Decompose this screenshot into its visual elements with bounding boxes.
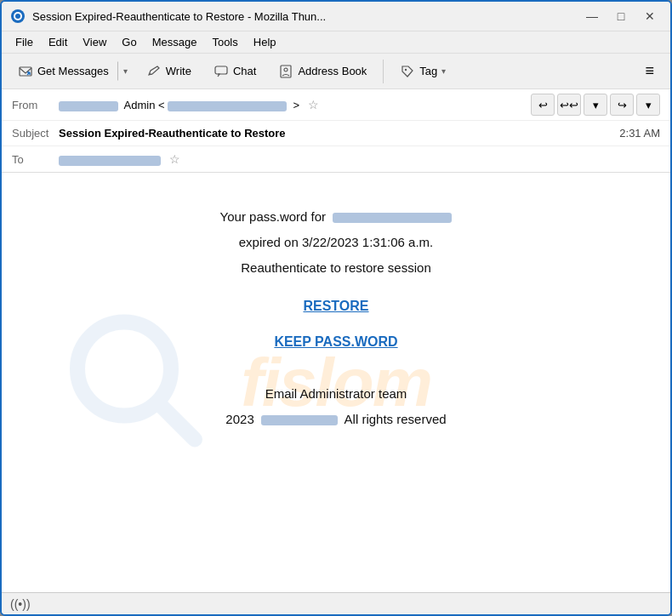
body-line1: Your pass.word for	[19, 207, 653, 227]
toolbar-separator	[383, 60, 384, 83]
write-label: Write	[166, 65, 191, 77]
timestamp: 2:31 AM	[611, 127, 660, 140]
restore-link[interactable]: RESTORE	[19, 299, 653, 314]
email-body: fislom Your pass.word for expired on 3/2…	[2, 173, 670, 592]
tag-chevron-icon: ▾	[441, 66, 446, 76]
main-window: Session Expired-Reauthenticate to Restor…	[0, 0, 672, 616]
to-star-icon[interactable]: ☆	[169, 152, 180, 166]
title-bar: Session Expired-Reauthenticate to Restor…	[2, 2, 670, 31]
svg-point-2	[15, 14, 20, 19]
tag-button[interactable]: Tag ▾	[390, 59, 455, 84]
maximize-button[interactable]: □	[609, 7, 633, 26]
footer-line1: Email Administrator team	[19, 384, 653, 404]
subject-value: Session Expired-Reauthenticate to Restor…	[59, 127, 611, 140]
email-headers: From Admin < > ☆ ↩ ↩↩ ▾ ↪ ▾ Subject Sess…	[2, 89, 670, 173]
more-icon: ≡	[645, 62, 654, 80]
get-messages-dropdown[interactable]: ▾	[117, 61, 134, 81]
body-text-line1: Your pass.word for	[220, 209, 327, 224]
menu-view[interactable]: View	[76, 33, 113, 51]
from-name-text: Admin <	[124, 99, 165, 111]
footer-rights: All rights reserved	[345, 412, 447, 426]
more-actions-dropdown[interactable]: ▾	[584, 94, 607, 116]
address-book-label: Address Book	[298, 65, 367, 77]
get-messages-icon	[18, 64, 33, 79]
footer-domain-redacted	[261, 415, 338, 425]
email-content: Your pass.word for expired on 3/22/2023 …	[19, 207, 653, 430]
status-bar: ((•))	[2, 592, 670, 614]
get-messages-label: Get Messages	[37, 65, 109, 77]
forward-dropdown[interactable]: ▾	[636, 94, 660, 116]
to-value: ☆	[59, 152, 660, 166]
footer-year: 2023	[225, 412, 253, 426]
reply-all-button[interactable]: ↩↩	[557, 94, 581, 116]
menu-go[interactable]: Go	[115, 33, 143, 51]
to-email-redacted	[59, 156, 161, 166]
wifi-icon: ((•))	[10, 597, 31, 611]
menu-edit[interactable]: Edit	[42, 33, 74, 51]
to-label: To	[12, 153, 59, 166]
svg-rect-4	[215, 66, 227, 74]
menu-message[interactable]: Message	[145, 33, 204, 51]
body-line3: Reauthenticate to restore session	[19, 258, 653, 278]
address-book-button[interactable]: Address Book	[269, 59, 376, 84]
body-email-redacted	[333, 213, 452, 223]
more-button[interactable]: ≡	[635, 57, 663, 85]
toolbar: Get Messages ▾ Write Chat	[2, 54, 670, 89]
menu-bar: File Edit View Go Message Tools Help	[2, 31, 670, 54]
menu-file[interactable]: File	[9, 33, 40, 51]
keep-password-link[interactable]: KEEP PASS.WORD	[19, 334, 653, 350]
chat-icon	[214, 64, 229, 79]
body-line2: expired on 3/22/2023 1:31:06 a.m.	[19, 232, 653, 253]
tag-label: Tag	[419, 65, 437, 77]
header-actions: ↩ ↩↩ ▾ ↪ ▾	[531, 94, 660, 116]
close-button[interactable]: ✕	[638, 7, 662, 26]
to-row: To ☆	[2, 146, 670, 172]
window-title: Session Expired-Reauthenticate to Restor…	[32, 10, 326, 23]
write-button[interactable]: Write	[137, 59, 201, 84]
forward-button[interactable]: ↪	[610, 94, 634, 116]
footer-line2: 2023 All rights reserved	[19, 409, 653, 430]
svg-point-7	[405, 68, 407, 70]
from-email-redacted	[168, 101, 287, 111]
subject-label: Subject	[12, 127, 59, 140]
reply-button[interactable]: ↩	[531, 94, 555, 116]
menu-help[interactable]: Help	[247, 33, 283, 51]
svg-point-6	[284, 68, 288, 71]
title-bar-left: Session Expired-Reauthenticate to Restor…	[10, 9, 326, 24]
subject-row: Subject Session Expired-Reauthenticate t…	[2, 121, 670, 146]
title-bar-controls: — □ ✕	[580, 7, 662, 26]
app-icon	[10, 9, 26, 24]
chat-button[interactable]: Chat	[204, 59, 265, 84]
chevron-down-icon: ▾	[123, 66, 128, 76]
star-icon[interactable]: ☆	[308, 98, 319, 111]
menu-tools[interactable]: Tools	[205, 33, 244, 51]
get-messages-button[interactable]: Get Messages	[9, 59, 117, 84]
from-value: Admin < > ☆	[59, 98, 531, 111]
write-icon	[146, 64, 162, 79]
chat-label: Chat	[233, 65, 256, 77]
minimize-button[interactable]: —	[580, 7, 604, 26]
get-messages-group: Get Messages ▾	[9, 59, 134, 84]
from-row: From Admin < > ☆ ↩ ↩↩ ▾ ↪ ▾	[2, 89, 670, 121]
email-footer: Email Administrator team 2023 All rights…	[19, 384, 653, 430]
tag-icon	[400, 64, 415, 79]
from-label: From	[12, 99, 59, 111]
address-book-icon	[278, 64, 293, 79]
from-name-redacted	[59, 101, 118, 111]
